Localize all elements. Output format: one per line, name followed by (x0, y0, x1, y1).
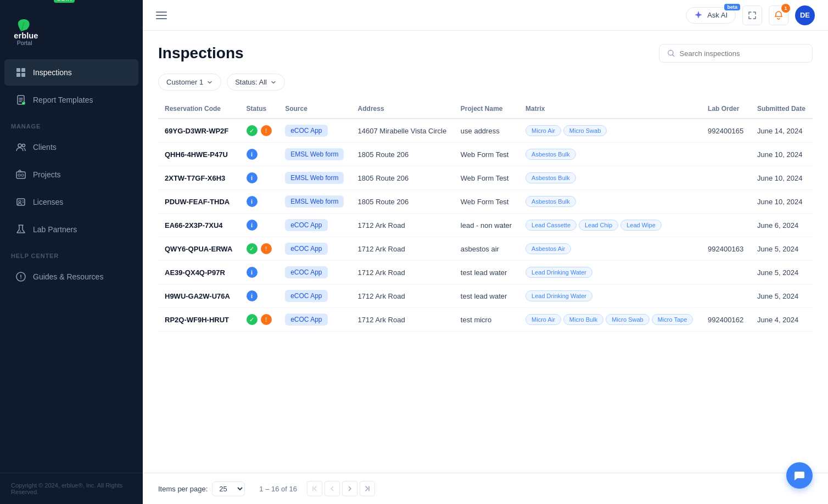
status-filter[interactable]: Status: All (227, 74, 285, 91)
sidebar-item-lab-partners[interactable]: Lab Partners (4, 216, 138, 243)
submitted-date-cell: June 10, 2024 (751, 166, 813, 190)
sidebar-item-label: Inspections (33, 68, 72, 77)
ask-ai-label: Ask AI (707, 11, 728, 19)
svg-rect-11 (18, 174, 20, 176)
sidebar-item-label: Projects (33, 170, 61, 179)
status-info-icon: i (247, 290, 258, 301)
avatar[interactable]: DE (795, 5, 815, 25)
table-row[interactable]: AE39-QX4Q-P97RieCOC App1712 Ark Roadtest… (158, 261, 813, 284)
chat-icon (793, 469, 805, 481)
ask-ai-button[interactable]: Ask AI beta (686, 7, 736, 24)
lab-order-cell: 992400163 (701, 237, 751, 261)
svg-rect-4 (16, 73, 20, 77)
status-icons: ✓! (247, 243, 272, 254)
matrix-tag: Asbestos Bulk (525, 149, 576, 160)
status-check-icon: ✓ (247, 243, 258, 254)
table-row[interactable]: 2XTW-T7GF-X6H3iEMSL Web form1805 Route 2… (158, 166, 813, 190)
topbar: Ask AI beta 1 DE (143, 0, 828, 31)
page-title: Inspections (158, 44, 244, 62)
pagination-bar: Items per page: 25 10 50 100 1 – 16 of 1… (143, 473, 828, 504)
notifications-button[interactable]: 1 (769, 5, 788, 25)
address-cell: 1712 Ark Road (351, 214, 454, 237)
source-badge: eCOC App (285, 219, 327, 231)
address-cell: 1712 Ark Road (351, 237, 454, 261)
manage-section-label: MANAGE (0, 114, 143, 133)
address-cell: 1805 Route 206 (351, 143, 454, 166)
matrix-tag: Micro Swab (563, 125, 607, 136)
table-row[interactable]: RP2Q-WF9H-HRUT✓!eCOC App1712 Ark Roadtes… (158, 308, 813, 332)
fullscreen-button[interactable] (742, 5, 762, 25)
lab-order-cell (701, 166, 751, 190)
sidebar-item-projects[interactable]: Projects (4, 161, 138, 188)
matrix-tag: Micro Air (525, 314, 561, 325)
reservation-code: RP2Q-WF9H-HRUT (165, 316, 229, 324)
matrix-tag: Asbestos Air (525, 243, 571, 254)
last-page-button[interactable] (360, 481, 375, 496)
matrix-tag: Lead Chip (579, 220, 618, 231)
svg-rect-5 (21, 73, 25, 77)
project-name-cell: test lead water (454, 284, 519, 308)
matrix-tag: Micro Air (525, 125, 561, 136)
sidebar-item-label: Guides & Resources (33, 272, 103, 281)
source-badge: eCOC App (285, 243, 327, 255)
inspections-table: Reservation Code Status Source Address P… (158, 99, 813, 332)
table-row[interactable]: H9WU-GA2W-U76AieCOC App1712 Ark Roadtest… (158, 284, 813, 308)
source-badge: eCOC App (285, 290, 327, 302)
table-header: Reservation Code Status Source Address P… (158, 99, 813, 119)
status-warn-icon: ! (261, 125, 272, 136)
reservation-code: QWY6-QPUA-ERWA (165, 245, 232, 253)
col-source: Source (278, 99, 351, 119)
per-page-select[interactable]: 25 10 50 100 (212, 481, 245, 496)
table-row[interactable]: QWY6-QPUA-ERWA✓!eCOC App1712 Ark Roadasb… (158, 237, 813, 261)
matrix-tags: Asbestos Bulk (525, 149, 695, 160)
sidebar-item-clients[interactable]: Clients (4, 134, 138, 160)
customer-filter[interactable]: Customer 1 (158, 74, 221, 91)
next-page-button[interactable] (342, 481, 357, 496)
project-name-cell: Web Form Test (454, 143, 519, 166)
lab-order-cell (701, 261, 751, 284)
reservation-code: H9WU-GA2W-U76A (165, 292, 230, 300)
projects-icon (15, 169, 26, 180)
matrix-tags: Asbestos Bulk (525, 196, 695, 207)
table-row[interactable]: PDUW-FEAF-THDAiEMSL Web form1805 Route 2… (158, 190, 813, 214)
search-input[interactable] (680, 49, 804, 58)
page-header: Inspections (158, 44, 813, 63)
logo-area: erblue Portal BETA (0, 0, 143, 58)
table-row[interactable]: EA66-2X3P-7XU4ieCOC App1712 Ark Roadlead… (158, 214, 813, 237)
sidebar-item-licenses[interactable]: Licenses (4, 189, 138, 215)
table-row[interactable]: QHH6-4HWE-P47UiEMSL Web form1805 Route 2… (158, 143, 813, 166)
svg-text:erblue: erblue (14, 31, 38, 40)
matrix-tags: Lead Drinking Water (525, 267, 695, 278)
search-icon (667, 49, 675, 58)
topbar-left (156, 12, 167, 19)
reservation-code: EA66-2X3P-7XU4 (165, 221, 223, 229)
project-name-cell: lead - non water (454, 214, 519, 237)
svg-point-15 (20, 231, 21, 232)
sidebar-item-inspections[interactable]: Inspections (4, 59, 138, 86)
bell-icon (774, 11, 783, 20)
sidebar-item-label: Lab Partners (33, 225, 77, 234)
svg-rect-12 (21, 174, 24, 176)
sidebar-item-guides[interactable]: Guides & Resources (4, 264, 138, 290)
status-icons: i (247, 196, 272, 207)
search-box[interactable] (659, 44, 813, 63)
chat-bubble[interactable] (786, 462, 813, 489)
table-row[interactable]: 69YG-D3WR-WP2F✓!eCOC App14607 Mirabelle … (158, 119, 813, 143)
source-badge: eCOC App (285, 266, 327, 278)
status-info-icon: i (247, 172, 258, 183)
first-page-button[interactable] (307, 481, 322, 496)
hamburger-menu[interactable] (156, 12, 167, 19)
col-lab-order: Lab Order (701, 99, 751, 119)
svg-rect-3 (21, 68, 25, 72)
status-icons: i (247, 267, 272, 278)
sidebar-item-report-templates[interactable]: Report Templates (4, 87, 138, 113)
submitted-date-cell: June 10, 2024 (751, 190, 813, 214)
status-icons: ✓! (247, 314, 272, 325)
svg-point-14 (19, 200, 21, 203)
matrix-tag: Lead Wipe (620, 220, 662, 231)
clients-icon (15, 142, 26, 153)
filters-row: Customer 1 Status: All (158, 74, 813, 91)
chevron-down-icon-2 (270, 79, 277, 86)
prev-page-button[interactable] (325, 481, 340, 496)
matrix-tag: Micro Tape (652, 314, 693, 325)
